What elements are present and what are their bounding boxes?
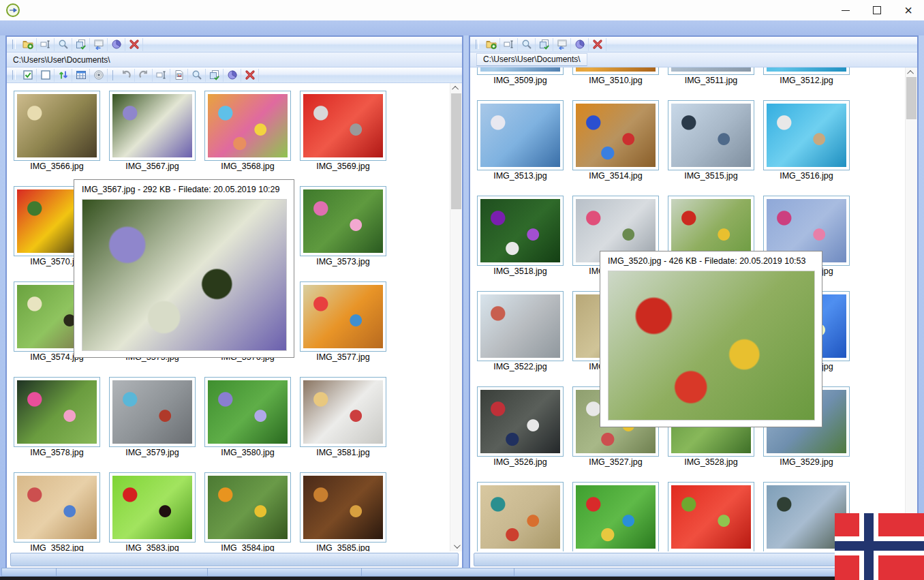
thumbnail-cell: IMG_3579.jpg [109,377,196,459]
thumbnail-image[interactable] [204,472,291,543]
screen-back-icon [557,39,568,50]
thumbnail-image[interactable] [14,377,100,447]
left-main-toolbar [7,37,462,52]
left-scrollbar[interactable] [450,83,462,551]
check-on-button[interactable] [19,69,37,82]
maximize-button[interactable] [861,0,893,20]
close-button[interactable]: × [893,0,924,20]
sort-arrows-button[interactable] [55,69,72,82]
scroll-up-button[interactable] [906,67,917,78]
thumbnail-label: IMG_3514.jpg [572,170,659,182]
thumbnail-image[interactable] [477,482,564,551]
photo-placeholder [17,380,97,444]
thumbnail-image[interactable] [572,100,659,170]
thumbnail-image[interactable] [763,100,850,170]
thumbnail-cell: IMG_3515.jpg [668,100,754,182]
pie-button[interactable] [224,69,241,82]
thumbnail-image[interactable] [572,67,659,75]
minimize-icon [842,10,850,11]
photo-placeholder [303,476,383,539]
thumbnail-image[interactable] [300,281,386,352]
thumbnail-image[interactable] [477,386,564,457]
thumbnail-image[interactable] [204,91,291,161]
copy-ok-icon [76,39,87,50]
thumbnail-image[interactable] [572,482,659,551]
thumbnail-label: IMG_3567.jpg [109,161,196,172]
search-button[interactable] [518,38,536,51]
thumbnail-image[interactable] [300,377,386,447]
disc-button[interactable] [90,69,108,82]
tooltip-text: IMG_3520.jpg - 426 KB - Filedate: 20.05.… [608,256,815,266]
photo-placeholder [112,476,192,539]
screen-back-button[interactable] [553,38,571,51]
tooltip-preview-image [608,271,815,421]
rename-button[interactable] [37,38,55,51]
thumbnail-image[interactable] [14,472,100,543]
folder-new-button[interactable] [482,38,500,51]
thumbnail-image[interactable] [668,67,754,75]
delete-x-button[interactable] [589,38,606,51]
thumbnail-image[interactable] [477,100,564,170]
thumbnail-image[interactable] [300,91,386,161]
thumbnail-label: IMG_3582.jpg [14,543,100,551]
thumbnail-image[interactable] [300,186,386,256]
image-file-button[interactable] [170,69,188,82]
scrollbar-thumb[interactable] [451,93,461,209]
search-icon [191,70,202,80]
thumbnail-cell: IMG_3518.jpg [477,196,564,277]
thumbnail-label: IMG_3577.jpg [300,352,386,363]
search-icon [521,39,532,50]
thumbnail-label: IMG_3513.jpg [477,170,564,182]
thumbnail-label: IMG_3516.jpg [763,170,850,182]
thumbnail-image[interactable] [668,100,754,170]
thumbnail-cell: IMG_3584.jpg [204,472,291,551]
screen-back-button[interactable] [90,38,108,51]
right-scrollbar[interactable] [905,67,917,551]
left-path-text: C:\Users\User\Documents\ [13,55,110,65]
search-button[interactable] [55,38,72,51]
scrollbar-thumb[interactable] [906,77,917,119]
delete-x-button[interactable] [125,38,143,51]
check-off-button[interactable] [37,69,55,82]
right-path-tab[interactable]: C:\Users\User\Documents\ [476,53,587,66]
thumbnail-image[interactable] [477,196,564,266]
scroll-up-button[interactable] [450,83,462,93]
thumbnail-image[interactable] [14,91,100,161]
photo-placeholder [112,94,192,157]
thumbnail-label: IMG_3566.jpg [14,161,100,172]
thumbnail-label: IMG_3573.jpg [300,256,386,268]
minimize-button[interactable] [830,0,861,20]
flag-blue-horizontal [835,541,924,551]
thumbnail-image[interactable] [109,91,196,161]
copy-ok-button[interactable] [206,69,224,82]
search-button[interactable] [188,69,206,82]
copy-ok-button[interactable] [72,38,90,51]
status-segment [2,568,57,576]
pie-button[interactable] [571,38,589,51]
thumbnail-image[interactable] [477,291,564,361]
rename-button[interactable] [153,69,170,82]
thumbnail-image[interactable] [763,67,850,75]
thumbnail-cell: IMG_3512.jpg [763,67,850,87]
thumbnail-label: IMG_3583.jpg [109,543,196,551]
thumbnail-image[interactable] [300,472,386,543]
pie-button[interactable] [108,38,125,51]
delete-x-button[interactable] [241,69,259,82]
thumbnail-image[interactable] [109,377,196,447]
copy-ok-button[interactable] [536,38,553,51]
rename-button[interactable] [500,38,518,51]
thumbnail-image[interactable] [477,67,564,75]
folder-new-button[interactable] [19,38,37,51]
photo-placeholder [303,94,383,157]
right-path-bar[interactable]: C:\Users\User\Documents\ [470,52,917,67]
table-view-button[interactable] [72,69,90,82]
thumbnail-image[interactable] [109,472,196,543]
redo-button[interactable] [135,69,153,82]
thumbnail-image[interactable] [204,377,291,447]
rename-icon [504,39,514,50]
thumbnail-image[interactable] [668,482,754,551]
left-path-bar[interactable]: C:\Users\User\Documents\ [7,52,462,67]
desktop-edge-strip [0,577,924,580]
undo-button[interactable] [117,69,135,82]
scroll-down-button[interactable] [450,541,462,551]
